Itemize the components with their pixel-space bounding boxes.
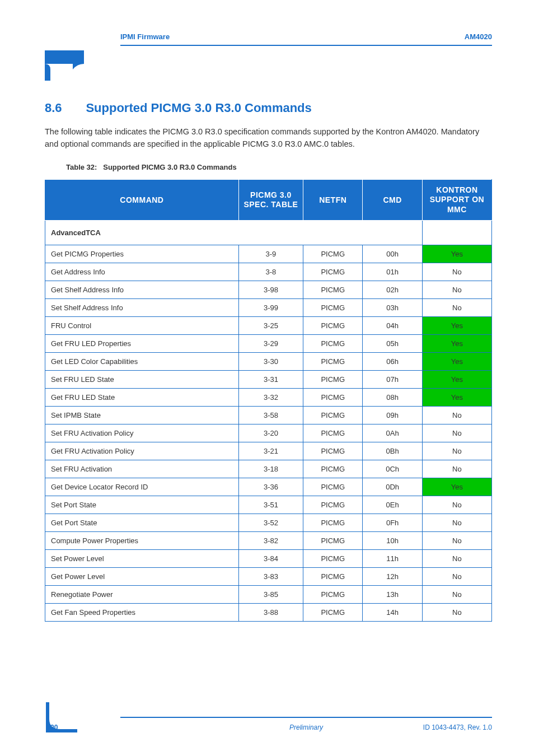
cell-spec-table: 3-30	[238, 353, 303, 371]
page-number: 90	[50, 724, 58, 731]
foot-rule	[120, 717, 492, 718]
table-row: Get FRU LED State3-32PICMG08hYes	[45, 389, 492, 407]
cell-cmd: 02h	[363, 281, 422, 299]
table-row: Get Power Level3-83PICMG12hNo	[45, 568, 492, 586]
cell-command: Get PICMG Properties	[45, 245, 239, 263]
table-row: Get PICMG Properties3-9PICMG00hYes	[45, 245, 492, 263]
cell-cmd: 00h	[363, 245, 422, 263]
cell-command: Get FRU LED Properties	[45, 335, 239, 353]
cell-support: Yes	[422, 353, 491, 371]
table-row: Set Port State3-51PICMG0EhNo	[45, 496, 492, 514]
cell-command: Set IPMB State	[45, 407, 239, 424]
cell-support: Yes	[422, 478, 491, 496]
table-row: Get Address Info3-8PICMG01hNo	[45, 263, 492, 281]
section-number: 8.6	[45, 101, 62, 115]
cell-spec-table: 3-84	[238, 550, 303, 568]
cell-command: Get Power Level	[45, 568, 239, 586]
cell-spec-table: 3-20	[238, 424, 303, 442]
cell-support: No	[422, 586, 491, 604]
th-spec-table: PICMG 3.0 SPEC. TABLE	[238, 179, 303, 221]
cell-support: No	[422, 496, 491, 514]
cell-cmd: 12h	[363, 568, 422, 586]
th-cmd: CMD	[363, 179, 422, 221]
cell-support: Yes	[422, 245, 491, 263]
section-heading-text: Supported PICMG 3.0 R3.0 Commands	[86, 101, 311, 115]
cell-command: Set FRU LED State	[45, 371, 239, 389]
top-rule	[120, 45, 492, 46]
table-row: Set Power Level3-84PICMG11hNo	[45, 550, 492, 568]
cell-netfn: PICMG	[303, 424, 363, 442]
cell-spec-table: 3-98	[238, 281, 303, 299]
cell-cmd: 08h	[363, 389, 422, 407]
cell-command: Renegotiate Power	[45, 586, 239, 604]
cell-netfn: PICMG	[303, 496, 363, 514]
cell-support: No	[422, 514, 491, 532]
cell-spec-table: 3-8	[238, 263, 303, 281]
cell-netfn: PICMG	[303, 478, 363, 496]
svg-rect-1	[46, 702, 49, 729]
cell-spec-table: 3-88	[238, 604, 303, 622]
cell-command: Get Address Info	[45, 263, 239, 281]
cell-cmd: 0Ch	[363, 460, 422, 478]
cell-spec-table: 3-85	[238, 586, 303, 604]
cell-cmd: 09h	[363, 407, 422, 424]
intro-paragraph: The following table indicates the PICMG …	[45, 125, 492, 151]
cell-cmd: 11h	[363, 550, 422, 568]
cell-netfn: PICMG	[303, 389, 363, 407]
table-row: Get Device Locator Record ID3-36PICMG0Dh…	[45, 478, 492, 496]
section-label-cell: AdvancedTCA	[45, 221, 423, 245]
cell-command: Get Device Locator Record ID	[45, 478, 239, 496]
cell-support: Yes	[422, 317, 491, 335]
cell-spec-table: 3-25	[238, 317, 303, 335]
cell-spec-table: 3-31	[238, 371, 303, 389]
cell-spec-table: 3-21	[238, 442, 303, 460]
cell-netfn: PICMG	[303, 317, 363, 335]
cell-support: No	[422, 299, 491, 317]
cell-netfn: PICMG	[303, 335, 363, 353]
cell-command: FRU Control	[45, 317, 239, 335]
cell-support: No	[422, 424, 491, 442]
th-command: COMMAND	[45, 179, 239, 221]
cell-cmd: 13h	[363, 586, 422, 604]
cell-support: No	[422, 407, 491, 424]
cell-cmd: 05h	[363, 335, 422, 353]
cell-spec-table: 3-82	[238, 532, 303, 550]
foot-brand-mark-icon	[45, 702, 78, 736]
cell-spec-table: 3-83	[238, 568, 303, 586]
cell-command: Get Shelf Address Info	[45, 281, 239, 299]
th-netfn: NETFN	[303, 179, 363, 221]
table-row: Get Port State3-52PICMG0FhNo	[45, 514, 492, 532]
cell-command: Get LED Color Capabilities	[45, 353, 239, 371]
cell-cmd: 0Fh	[363, 514, 422, 532]
cell-support: Yes	[422, 371, 491, 389]
cell-support: No	[422, 460, 491, 478]
cell-cmd: 01h	[363, 263, 422, 281]
table-row: Set Shelf Address Info3-99PICMG03hNo	[45, 299, 492, 317]
table-row: Get Fan Speed Properties3-88PICMG14hNo	[45, 604, 492, 622]
cell-spec-table: 3-52	[238, 514, 303, 532]
cell-command: Get Port State	[45, 514, 239, 532]
section-title: 8.6 Supported PICMG 3.0 R3.0 Commands	[45, 101, 492, 115]
cell-cmd: 06h	[363, 353, 422, 371]
cell-support: No	[422, 281, 491, 299]
cell-netfn: PICMG	[303, 281, 363, 299]
cell-command: Get FRU LED State	[45, 389, 239, 407]
table-row: Set FRU Activation3-18PICMG0ChNo	[45, 460, 492, 478]
cell-support: No	[422, 532, 491, 550]
table-row: Compute Power Properties3-82PICMG10hNo	[45, 532, 492, 550]
table-caption-prefix: Table 32:	[66, 163, 97, 171]
table-row: Get Shelf Address Info3-98PICMG02hNo	[45, 281, 492, 299]
cell-support: No	[422, 442, 491, 460]
running-head-right: AM4020	[465, 32, 492, 41]
cell-netfn: PICMG	[303, 371, 363, 389]
table-row: Get FRU LED Properties3-29PICMG05hYes	[45, 335, 492, 353]
cell-netfn: PICMG	[303, 550, 363, 568]
cell-command: Set Port State	[45, 496, 239, 514]
cell-spec-table: 3-99	[238, 299, 303, 317]
section-label-empty	[422, 221, 491, 245]
cell-command: Set FRU Activation	[45, 460, 239, 478]
table-caption-text: Supported PICMG 3.0 R3.0 Commands	[103, 163, 236, 171]
cell-cmd: 0Ah	[363, 424, 422, 442]
cell-cmd: 07h	[363, 371, 422, 389]
cell-support: Yes	[422, 335, 491, 353]
